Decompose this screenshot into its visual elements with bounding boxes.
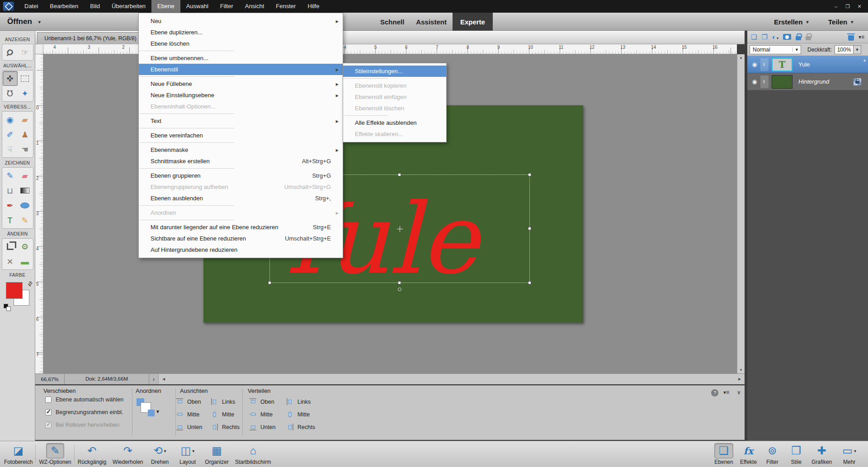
- eyedropper-tool[interactable]: ✒: [3, 198, 18, 213]
- wz-optionen-button[interactable]: ✎▾ WZ-Optionen: [36, 442, 74, 467]
- menu-item[interactable]: Text: [139, 115, 343, 127]
- menu-item[interactable]: Mit darunter liegender auf eine Ebene re…: [139, 222, 343, 233]
- menu-item[interactable]: Ebene umbenennen...: [139, 52, 343, 64]
- straighten-tool[interactable]: ▬: [18, 254, 33, 269]
- menu-item[interactable]: Ebenenmaske: [139, 144, 343, 156]
- new-layer-icon[interactable]: ❏: [751, 33, 757, 40]
- menu-item[interactable]: Alle Effekte ausblenden: [343, 117, 446, 128]
- resize-handle[interactable]: [528, 173, 531, 176]
- resize-handle[interactable]: [398, 281, 401, 284]
- align-mitte-v-button[interactable]: Mitte: [176, 410, 202, 419]
- scroll-down-icon[interactable]: ▼: [737, 368, 745, 372]
- document-size[interactable]: Dok: 2,64M/3,66M: [64, 374, 149, 384]
- status-expander-icon[interactable]: ›: [149, 376, 158, 382]
- menu-item[interactable]: [139, 127, 343, 130]
- shape-tool[interactable]: [18, 198, 33, 213]
- layer-visibility-icon[interactable]: ◉: [750, 61, 760, 68]
- smart-brush-tool[interactable]: ✐: [3, 127, 18, 142]
- create-button[interactable]: Erstellen ▾: [774, 13, 808, 31]
- auto-select-layer-checkbox[interactable]: Ebene automatisch wählen: [45, 396, 123, 404]
- horizontal-scrollbar[interactable]: ◀ ▶: [158, 374, 745, 384]
- collapse-panel-icon[interactable]: ∨: [737, 389, 741, 396]
- close-button[interactable]: ✕: [854, 2, 864, 10]
- menu-auswahl[interactable]: Auswahl: [180, 0, 214, 13]
- zoom-level[interactable]: 66,67%: [35, 377, 64, 382]
- layout-button[interactable]: ◫▾ Layout: [174, 442, 202, 467]
- opacity-input[interactable]: 100%: [835, 45, 854, 54]
- drehen-button[interactable]: ⟲▾ Drehen: [146, 442, 173, 467]
- organizer-button[interactable]: ▦▾ Organizer: [202, 442, 232, 467]
- menu-item[interactable]: Neue Einstellungsebene: [139, 90, 343, 101]
- menu-item[interactable]: [139, 75, 343, 78]
- align-unten-button[interactable]: Unten: [176, 423, 202, 431]
- menu-ansicht[interactable]: Ansicht: [239, 0, 270, 13]
- rueckgaengig-button[interactable]: ↶▾ Rückgängig: [75, 442, 109, 467]
- wiederholen-button[interactable]: ↷▾ Wiederholen: [109, 442, 146, 467]
- menu-item[interactable]: Ebene vereinfachen: [139, 130, 343, 141]
- layer-visibility-icon[interactable]: ◉: [750, 78, 760, 85]
- tab-schnell[interactable]: Schnell: [374, 13, 410, 31]
- menu-item[interactable]: Ebene duplizieren...: [139, 27, 343, 38]
- minimize-button[interactable]: –: [831, 2, 841, 10]
- open-button[interactable]: Öffnen ▾: [7, 13, 41, 31]
- menu-item[interactable]: Sichtbare auf eine Ebene reduzieren Umsc…: [139, 233, 343, 244]
- checkbox[interactable]: [45, 422, 52, 428]
- layer-link-icon[interactable]: ∞: [760, 75, 769, 88]
- swap-colors-icon[interactable]: ⇄: [26, 279, 34, 288]
- opacity-dropdown-icon[interactable]: ▼: [854, 45, 861, 54]
- help-icon[interactable]: ?: [711, 389, 718, 396]
- menu-item[interactable]: [139, 167, 343, 170]
- filter-button[interactable]: ⊚▾ Filter: [760, 442, 784, 467]
- duplicate-layer-icon[interactable]: ❐: [761, 33, 767, 40]
- default-colors-icon[interactable]: [4, 304, 11, 311]
- delete-layer-icon[interactable]: [848, 33, 854, 41]
- menu-item[interactable]: Ebenengruppierung aufheben Umschalt+Strg…: [139, 181, 343, 193]
- stile-button[interactable]: ❐▾ Stile: [784, 442, 808, 467]
- menu-item[interactable]: [139, 112, 343, 115]
- menu-item[interactable]: Ebeneninhalt-Optionen...: [139, 101, 343, 112]
- menu-item[interactable]: [139, 141, 343, 144]
- menu-item[interactable]: Ebenen gruppieren Strg+G: [139, 170, 343, 181]
- fotobereich-button[interactable]: ◪▾ Fotobereich: [1, 442, 36, 467]
- vertical-scrollbar[interactable]: ▲ ▼: [737, 54, 745, 373]
- pencil-tool[interactable]: ✎: [18, 213, 33, 228]
- grafiken-button[interactable]: ✚▾ Grafiken: [808, 442, 835, 467]
- distribute-mitte-h-button[interactable]: Mitte: [287, 410, 315, 419]
- distribute-unten-button[interactable]: Unten: [250, 423, 275, 431]
- blend-mode-select[interactable]: Normal ▼: [750, 45, 801, 54]
- content-aware-move-tool[interactable]: ✕: [3, 254, 18, 269]
- marquee-tool[interactable]: [18, 71, 33, 86]
- menu-datei[interactable]: Datei: [19, 0, 44, 13]
- menu-item[interactable]: [139, 218, 343, 222]
- menu-item[interactable]: Ebene löschen: [139, 38, 343, 49]
- foreground-color-swatch[interactable]: [6, 282, 23, 299]
- layer-name[interactable]: Yule: [798, 61, 810, 68]
- menu-item[interactable]: [343, 77, 446, 80]
- layer-row-hintergrund[interactable]: ◉ ∞ Hintergrund: [747, 73, 868, 90]
- menu-item[interactable]: Stileinstellungen...: [343, 66, 446, 77]
- smudge-tool[interactable]: ☟: [3, 142, 18, 157]
- layer-link-icon[interactable]: ∞: [760, 58, 769, 71]
- menu-item[interactable]: Anordnen: [139, 207, 343, 218]
- menu-item[interactable]: [343, 114, 446, 117]
- startbildschirm-button[interactable]: ⌂▾ Startbildschirm: [232, 442, 274, 467]
- resize-handle[interactable]: [528, 281, 531, 284]
- align-oben-button[interactable]: Oben: [176, 397, 202, 406]
- layer-row-yule[interactable]: ◉ ∞ T Yule: [747, 56, 868, 73]
- menu-filter[interactable]: Filter: [214, 0, 239, 13]
- paint-bucket-tool[interactable]: ⊔: [3, 183, 18, 198]
- align-links-button[interactable]: Links: [211, 397, 240, 406]
- checkbox[interactable]: [45, 409, 52, 415]
- panel-menu-icon[interactable]: ▾≡: [723, 389, 729, 396]
- effekte-button[interactable]: fx▾ Effekte: [736, 442, 761, 467]
- distribute-links-button[interactable]: Links: [287, 397, 315, 406]
- menu-hilfe[interactable]: Hilfe: [302, 0, 325, 13]
- lasso-tool[interactable]: ℧: [3, 86, 18, 101]
- distribute-mitte-v-button[interactable]: Mitte: [250, 410, 275, 419]
- recompose-tool[interactable]: ⚙: [18, 239, 33, 254]
- menu-ebene[interactable]: Ebene: [151, 0, 180, 13]
- scroll-left-icon[interactable]: ◀: [160, 377, 167, 381]
- sponge-tool[interactable]: ☚: [18, 142, 33, 157]
- tab-assistent[interactable]: Assistent: [410, 13, 453, 31]
- align-mitte-h-button[interactable]: Mitte: [211, 410, 240, 419]
